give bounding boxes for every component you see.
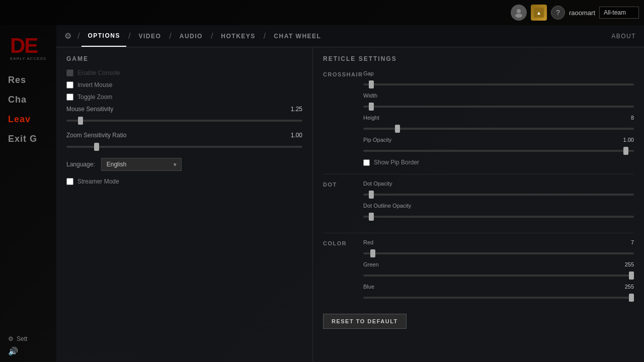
color-controls: Red 7 Green 255 Blue: [363, 239, 634, 306]
height-value: 8: [631, 115, 634, 121]
mouse-sensitivity-slider[interactable]: [66, 120, 302, 122]
language-select[interactable]: English French German Spanish Portuguese…: [101, 158, 182, 171]
height-header: Height 8: [363, 115, 634, 121]
red-header: Red 7: [363, 239, 634, 245]
pip-opacity-label: Pip Opacity: [363, 137, 391, 143]
dot-outline-opacity-label: Dot Outline Opacity: [363, 203, 411, 209]
sidebar-settings[interactable]: ⚙ Sett: [8, 335, 48, 342]
dot-outline-opacity-header: Dot Outline Opacity: [363, 203, 634, 209]
pip-opacity-header: Pip Opacity 1.00: [363, 137, 634, 143]
zoom-sensitivity-header: Zoom Sensitivity Ratio 1.00: [66, 132, 302, 139]
avatar-circle: [511, 5, 527, 21]
reticle-title: RETICLE SETTINGS: [323, 55, 634, 62]
language-row: Language: English French German Spanish …: [66, 158, 302, 171]
sidebar-item-cha[interactable]: Cha: [0, 90, 56, 109]
sidebar-subtitle: EARLY ACCESS: [0, 56, 56, 61]
nav-separator-1: /: [75, 32, 82, 41]
green-header: Green 255: [363, 261, 634, 267]
tab-video[interactable]: VIDEO: [132, 25, 167, 47]
width-header: Width: [363, 93, 634, 99]
red-label: Red: [363, 239, 373, 245]
language-select-wrap[interactable]: English French German Spanish Portuguese…: [101, 158, 182, 171]
mouse-sensitivity-value: 1.25: [291, 106, 302, 113]
dot-outline-opacity-group: Dot Outline Opacity: [363, 203, 634, 220]
top-bar: ▲ ? raoomart All-team: [0, 0, 644, 25]
pip-opacity-value: 1.00: [623, 137, 634, 143]
sidebar-nav: Res Cha Leav Exit G: [0, 71, 56, 329]
tab-chat-wheel[interactable]: CHAT WHEEL: [268, 25, 327, 47]
gap-header: Gap: [363, 70, 634, 76]
toggle-zoom-row: Toggle Zoom: [66, 94, 302, 101]
toggle-zoom-label: Toggle Zoom: [77, 94, 112, 101]
options-panel: ⚙ / OPTIONS / VIDEO / AUDIO / HOTKEYS / …: [56, 25, 644, 362]
height-group: Height 8: [363, 115, 634, 132]
zoom-sensitivity-group: Zoom Sensitivity Ratio 1.00: [66, 132, 302, 150]
height-slider[interactable]: [363, 128, 634, 130]
svg-point-0: [517, 9, 521, 13]
dot-section-label: DOT: [323, 180, 363, 188]
settings-label: Sett: [17, 335, 27, 342]
nav-about[interactable]: ABOUT: [603, 33, 644, 40]
streamer-mode-checkbox[interactable]: [66, 178, 73, 185]
sidebar-item-leave[interactable]: Leav: [0, 110, 56, 129]
nav-tabs: ⚙ / OPTIONS / VIDEO / AUDIO / HOTKEYS / …: [56, 25, 644, 47]
gap-label: Gap: [363, 70, 374, 76]
toggle-zoom-checkbox[interactable]: [66, 94, 73, 101]
gap-slider[interactable]: [363, 83, 634, 85]
zoom-sensitivity-value: 1.00: [291, 132, 302, 139]
blue-value: 255: [625, 284, 634, 290]
width-group: Width: [363, 93, 634, 110]
left-sidebar: DE EARLY ACCESS Res Cha Leav Exit G ⚙ Se…: [0, 25, 56, 362]
pip-border-row: Show Pip Border: [363, 159, 634, 166]
pip-opacity-slider[interactable]: [363, 150, 634, 152]
zoom-sensitivity-slider[interactable]: [66, 146, 302, 148]
sidebar-sound[interactable]: 🔊: [8, 346, 48, 356]
team-selector-wrap[interactable]: All-team: [599, 7, 639, 19]
content-area: GAME Enable Console Invert Mouse Toggle …: [56, 47, 644, 362]
svg-point-1: [515, 14, 522, 18]
nav-separator-2: /: [126, 32, 132, 41]
red-slider[interactable]: [363, 252, 634, 254]
sidebar-item-exit[interactable]: Exit G: [0, 130, 56, 148]
crosshair-section-label: CROSSHAIR: [323, 70, 363, 77]
tab-audio[interactable]: AUDIO: [174, 25, 209, 47]
invert-mouse-checkbox[interactable]: [66, 81, 73, 88]
dot-opacity-label: Dot Opacity: [363, 180, 392, 187]
settings-gear-icon: ⚙: [60, 31, 75, 41]
reticle-panel: RETICLE SETTINGS CROSSHAIR Gap Width: [313, 47, 644, 362]
color-section: COLOR Red 7 Green 255: [323, 239, 634, 306]
game-panel: GAME Enable Console Invert Mouse Toggle …: [56, 47, 313, 362]
user-area: ▲ ? raoomart All-team: [511, 5, 639, 21]
dot-opacity-slider[interactable]: [363, 194, 634, 196]
invert-mouse-row: Invert Mouse: [66, 81, 302, 88]
nav-separator-3: /: [167, 32, 173, 41]
red-group: Red 7: [363, 239, 634, 256]
tab-options[interactable]: OPTIONS: [82, 25, 126, 47]
dot-color-divider: [323, 233, 634, 233]
show-pip-border-checkbox[interactable]: [363, 159, 370, 166]
green-slider[interactable]: [363, 275, 634, 277]
username-label: raoomart: [569, 9, 595, 17]
color-section-label: COLOR: [323, 239, 363, 246]
dot-outline-opacity-slider[interactable]: [363, 216, 634, 218]
dot-section: DOT Dot Opacity Dot Outline Opacity: [323, 180, 634, 225]
gear-icon: ⚙: [8, 335, 14, 342]
sidebar-item-res[interactable]: Res: [0, 71, 56, 89]
dot-controls: Dot Opacity Dot Outline Opacity: [363, 180, 634, 225]
enable-console-row: Enable Console: [66, 69, 302, 76]
help-button[interactable]: ?: [551, 6, 565, 20]
mouse-sensitivity-label: Mouse Sensitivity: [66, 106, 113, 113]
tab-hotkeys[interactable]: HOTKEYS: [215, 25, 262, 47]
enable-console-checkbox[interactable]: [66, 69, 73, 76]
language-label: Language:: [66, 161, 95, 168]
show-pip-border-label: Show Pip Border: [374, 159, 419, 166]
team-dropdown[interactable]: All-team: [599, 7, 639, 19]
reset-to-default-button[interactable]: RESET TO DEFAULT: [323, 314, 407, 329]
crosshair-controls: Gap Width Height: [363, 70, 634, 166]
blue-slider[interactable]: [363, 297, 634, 299]
red-value: 7: [631, 239, 634, 245]
dot-opacity-header: Dot Opacity: [363, 180, 634, 187]
width-slider[interactable]: [363, 106, 634, 108]
crosshair-dot-divider: [323, 174, 634, 174]
avatar-game-icon: ▲: [531, 5, 547, 21]
